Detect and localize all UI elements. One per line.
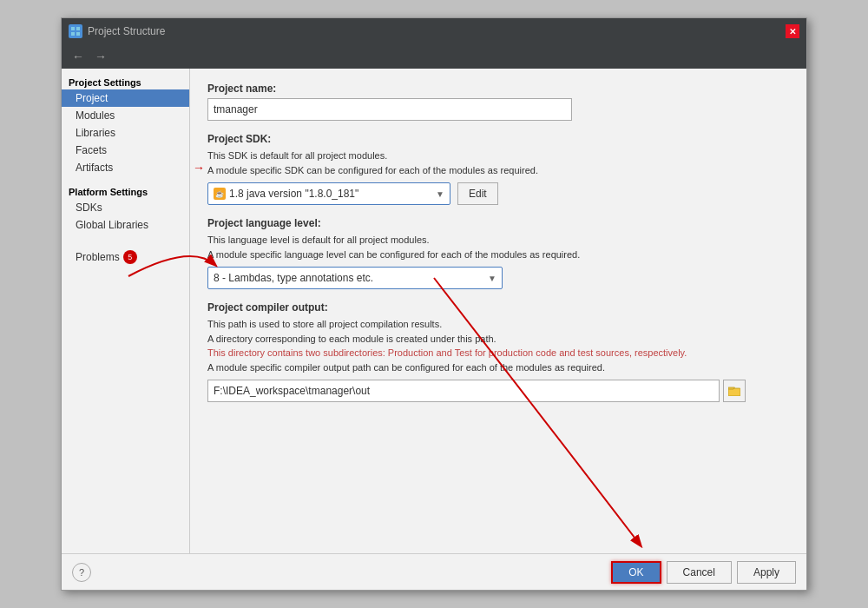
title-bar-left: Project Structure (69, 24, 165, 38)
cancel-button[interactable]: Cancel (667, 561, 732, 584)
svg-rect-0 (71, 27, 75, 30)
sdk-edit-button[interactable]: Edit (457, 182, 498, 205)
sidebar-item-project[interactable]: Project (62, 89, 189, 107)
project-language-section: Project language level: This language le… (207, 217, 789, 289)
project-settings-section-label: Project Settings (62, 74, 189, 89)
sidebar-item-facets[interactable]: Facets (62, 142, 189, 159)
lang-value: 8 - Lambdas, type annotations etc. (214, 272, 373, 284)
browse-folder-button[interactable] (723, 380, 746, 402)
project-structure-dialog: Project Structure ✕ ← → Project Settings… (61, 17, 807, 591)
project-name-input[interactable] (207, 98, 572, 121)
project-name-section: Project name: (207, 83, 789, 121)
sidebar-item-modules[interactable]: Modules (62, 107, 189, 124)
bottom-bar: ? OK Cancel Apply (62, 553, 806, 590)
close-button[interactable]: ✕ (786, 24, 799, 38)
title-bar: Project Structure ✕ (62, 18, 806, 44)
apply-button[interactable]: Apply (737, 561, 796, 584)
sidebar-item-artifacts[interactable]: Artifacts → (62, 159, 189, 176)
sidebar: Project Settings Project Modules Librari… (62, 69, 190, 553)
sdk-value: 1.8 java version "1.8.0_181" (229, 188, 358, 200)
platform-settings-section-label: Platform Settings (62, 183, 189, 199)
language-level-dropdown[interactable]: 8 - Lambdas, type annotations etc. ▼ (207, 267, 503, 289)
sdk-dropdown[interactable]: ☕ 1.8 java version "1.8.0_181" ▼ (207, 182, 450, 205)
sdk-description-1: This SDK is default for all project modu… (207, 149, 789, 177)
project-output-section: Project compiler output: This path is us… (207, 301, 789, 402)
output-highlight-text: This directory contains two subdirectori… (207, 347, 687, 358)
sidebar-item-problems[interactable]: Problems 5 (62, 248, 189, 267)
svg-rect-3 (76, 32, 80, 36)
output-description: This path is used to store all project c… (207, 317, 789, 374)
sdk-row: ☕ 1.8 java version "1.8.0_181" ▼ Edit (207, 182, 789, 205)
output-path-input[interactable] (207, 380, 720, 402)
project-name-label: Project name: (207, 83, 789, 95)
main-panel: Project name: Project SDK: This SDK is d… (190, 69, 806, 553)
sidebar-item-sdks[interactable]: SDKs (62, 199, 189, 216)
ok-button[interactable]: OK (611, 561, 661, 584)
help-button[interactable]: ? (72, 563, 91, 582)
toolbar: ← → (62, 44, 806, 69)
sdk-dropdown-arrow: ▼ (436, 189, 444, 199)
sidebar-item-global-libraries[interactable]: Global Libraries (62, 216, 189, 234)
project-output-label: Project compiler output: (207, 301, 789, 314)
problems-badge: 5 (123, 250, 137, 264)
svg-rect-2 (71, 32, 75, 36)
forward-button[interactable]: → (91, 50, 110, 63)
svg-rect-1 (76, 27, 80, 30)
project-sdk-section: Project SDK: This SDK is default for all… (207, 133, 789, 205)
back-button[interactable]: ← (69, 50, 88, 63)
output-row (207, 380, 789, 402)
project-language-label: Project language level: (207, 217, 789, 229)
sdk-java-icon: ☕ (214, 188, 226, 200)
bottom-buttons: OK Cancel Apply (611, 561, 796, 584)
dialog-icon (69, 24, 82, 38)
lang-dropdown-arrow: ▼ (488, 274, 496, 283)
content-area: Project Settings Project Modules Librari… (62, 69, 806, 553)
lang-description: This language level is default for all p… (207, 233, 789, 261)
project-sdk-label: Project SDK: (207, 133, 789, 145)
sidebar-item-libraries[interactable]: Libraries (62, 124, 189, 142)
dialog-title: Project Structure (88, 25, 165, 37)
